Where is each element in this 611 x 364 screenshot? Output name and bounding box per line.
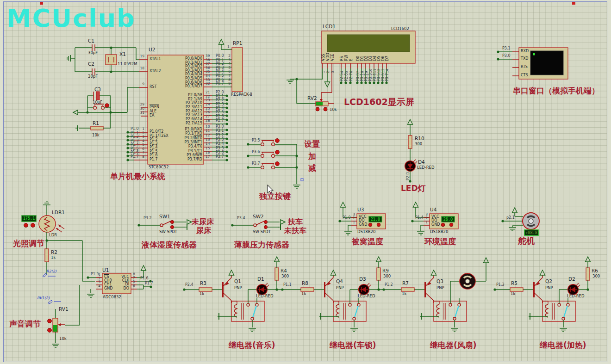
temp-adjust-button[interactable] xyxy=(441,223,445,227)
resistor-body[interactable] xyxy=(408,136,412,148)
net-label: P3.5 xyxy=(252,139,260,142)
net-label: P2.4 xyxy=(185,283,193,287)
key-state-button[interactable] xyxy=(275,150,280,154)
rv2-adjust-button[interactable] xyxy=(316,107,319,111)
net-label: P1.1 xyxy=(283,283,292,287)
relay-body[interactable] xyxy=(333,301,366,321)
pin-number: 27 xyxy=(206,115,210,118)
pin-number: 1 xyxy=(349,221,355,224)
pin-number: 31 xyxy=(133,111,144,115)
capacitor-value: 10uF xyxy=(93,100,102,105)
contact-ring xyxy=(251,317,254,320)
rp1-pin-number: 4 xyxy=(226,62,231,66)
net-label: P2.0 xyxy=(406,172,410,180)
junction-dot xyxy=(340,81,342,84)
relay-body[interactable] xyxy=(542,301,575,321)
rv1-adjust-button[interactable] xyxy=(48,328,52,333)
lcd-pin-number: 11 xyxy=(373,68,377,73)
resistor-value: 1k xyxy=(301,292,306,296)
resistor-body[interactable] xyxy=(199,288,212,291)
contact-ring xyxy=(254,224,256,227)
pin-number: 28 xyxy=(206,119,210,123)
resistor-body[interactable] xyxy=(275,268,279,280)
transistor-collector xyxy=(535,293,542,301)
net-label: P1.7 xyxy=(131,155,139,159)
pin-name: P3.4/T0 xyxy=(165,145,202,148)
relay-switch-arm[interactable] xyxy=(253,306,256,317)
servo-caption: 舵机 xyxy=(518,237,535,246)
relay-coil xyxy=(336,304,339,317)
resistor-value: 300 xyxy=(592,274,600,278)
power-arrow-icon xyxy=(586,257,591,262)
temp2-caption: 环境温度 xyxy=(424,238,456,246)
resistor-body[interactable] xyxy=(377,268,380,280)
junction-dot xyxy=(225,94,228,97)
junction-dot xyxy=(493,288,496,290)
resistor-body[interactable] xyxy=(45,249,49,262)
reset-button-state[interactable] xyxy=(105,104,109,107)
switch-part: SW-SPDT xyxy=(159,230,177,234)
transistor-base-bar xyxy=(533,282,535,297)
transistor-type: PNP xyxy=(545,286,553,290)
capacitor-ref: C3 xyxy=(94,87,101,92)
switch-throw[interactable] xyxy=(170,225,174,228)
led-part: LED-RED xyxy=(256,294,274,298)
relay-switch-arm[interactable] xyxy=(564,306,567,317)
crystal-body[interactable] xyxy=(106,55,117,65)
light-adjust-button[interactable] xyxy=(24,223,28,228)
temp-adjust-button[interactable] xyxy=(368,223,372,227)
ldr-body[interactable] xyxy=(39,216,56,232)
rv2-wiper-arrow xyxy=(320,99,323,102)
contact-ring xyxy=(160,224,163,227)
sound-caption: 声音调节 xyxy=(9,320,41,328)
relay-body[interactable] xyxy=(231,301,264,321)
power-arrow-icon xyxy=(229,270,234,275)
transistor-collector xyxy=(224,293,231,301)
resistor-body[interactable] xyxy=(301,288,314,291)
resistor-body[interactable] xyxy=(586,268,590,280)
junction-dot xyxy=(225,150,228,153)
schematic-canvas[interactable]: MCUclub 单片机最小系统 LCD1602显示屏 串口窗口（模拟手机端） 独… xyxy=(0,0,611,364)
voltage-probe-label: R2(2) xyxy=(46,270,56,273)
sheet-marker xyxy=(572,2,575,5)
temp-adjust-button[interactable] xyxy=(377,223,380,227)
pin-name: P2.7/A15 xyxy=(165,122,202,125)
net-label: P1.7 xyxy=(145,282,153,285)
rv1-wiper-arrow xyxy=(58,323,61,326)
light-adjust-button[interactable] xyxy=(31,223,35,228)
transistor-ref: Q3 xyxy=(436,279,443,284)
switch-throw[interactable] xyxy=(264,225,267,228)
resistor-body[interactable] xyxy=(91,126,103,130)
contact-ring xyxy=(101,106,105,110)
net-label: p2.1 xyxy=(506,216,515,220)
origin-marker-icon xyxy=(301,179,303,181)
relay-switch-arm[interactable] xyxy=(455,306,459,317)
junction-dot xyxy=(409,180,411,182)
lcd-pin-name: RW xyxy=(345,55,349,61)
relay-body[interactable] xyxy=(434,301,467,321)
lcd-pin-number: 13 xyxy=(381,68,385,73)
serial-pin-name: TXD xyxy=(521,57,529,61)
temp-adjust-button[interactable] xyxy=(449,223,453,227)
resistor-body[interactable] xyxy=(401,288,414,291)
rv2-adjust-button[interactable] xyxy=(324,107,327,111)
led-emission-arrow-icon xyxy=(413,160,416,162)
contact-ring xyxy=(558,303,561,306)
resistor-body[interactable] xyxy=(510,288,523,291)
contact-ring xyxy=(272,143,275,146)
key-state-button[interactable] xyxy=(275,162,280,166)
switch-throw[interactable] xyxy=(170,220,174,223)
rv2-pot-level[interactable] xyxy=(316,102,323,105)
led-ref: D1 xyxy=(257,277,264,282)
lcd-pin-number: 8 xyxy=(361,71,364,73)
contact-ring xyxy=(94,106,97,110)
relay-coil xyxy=(234,304,237,317)
pin-number: 34 xyxy=(206,74,210,78)
rv1-adjust-button[interactable] xyxy=(48,319,52,323)
rv1-pot-level[interactable] xyxy=(53,325,57,332)
key-state-button[interactable] xyxy=(275,139,280,143)
relay3-caption: 继电器(风扇) xyxy=(430,341,477,350)
relay-switch-arm[interactable] xyxy=(355,306,358,317)
rp1-body[interactable] xyxy=(232,48,243,92)
switch-throw[interactable] xyxy=(264,220,267,223)
